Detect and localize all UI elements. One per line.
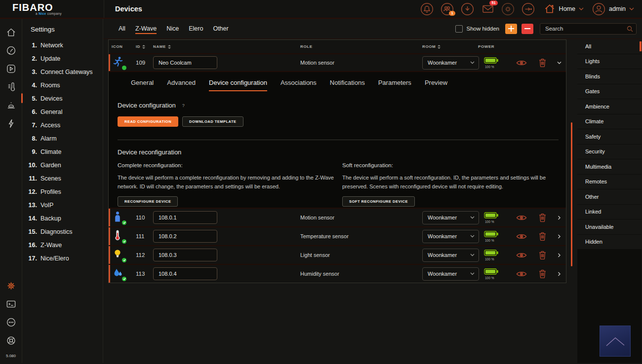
device-name-input[interactable] xyxy=(153,230,217,243)
brand-logo[interactable]: FIBARO a Nice company xyxy=(0,0,104,18)
sidebar-item[interactable]: 10. Garden xyxy=(22,158,103,172)
device-name-input[interactable] xyxy=(153,267,217,280)
device-name-input[interactable] xyxy=(153,211,217,224)
room-select[interactable]: Woonkamer xyxy=(422,267,479,281)
soft-reconfigure-device-button[interactable]: SOFT RECONFIGURE DEVICE xyxy=(342,196,415,207)
rail-dashboard-icon[interactable] xyxy=(5,45,16,56)
visibility-eye-icon[interactable] xyxy=(516,252,527,258)
rail-settings-icon[interactable] xyxy=(5,280,16,291)
category-item[interactable]: Climate xyxy=(577,114,642,130)
expand-chevron-icon[interactable] xyxy=(556,252,562,258)
rail-scenes-icon[interactable] xyxy=(5,63,16,74)
search-input[interactable] xyxy=(540,23,637,35)
visibility-eye-icon[interactable] xyxy=(516,271,527,277)
detail-tab[interactable]: Preview xyxy=(425,79,447,91)
detail-tab[interactable]: Parameters xyxy=(378,79,411,91)
detail-tab[interactable]: Advanced xyxy=(167,79,196,91)
help-icon[interactable]: ? xyxy=(182,103,185,108)
detail-tab[interactable]: Notifications xyxy=(330,79,365,91)
delete-trash-icon[interactable] xyxy=(539,58,546,67)
category-item[interactable]: All xyxy=(577,39,642,54)
sidebar-item[interactable]: 4. Rooms xyxy=(22,78,103,92)
device-row-113[interactable]: 113 Humidity sensor Woonkamer 100 % xyxy=(109,264,566,283)
visibility-eye-icon[interactable] xyxy=(516,233,527,240)
rail-home-icon[interactable] xyxy=(5,27,16,37)
category-item[interactable]: Lights xyxy=(577,54,642,70)
users-icon[interactable]: 1 xyxy=(441,2,454,16)
category-item[interactable]: Ambience xyxy=(577,99,642,114)
rail-advanced-icon[interactable] xyxy=(5,335,16,346)
expand-chevron-icon[interactable] xyxy=(556,215,562,221)
room-select[interactable]: Woonkamer xyxy=(422,230,479,243)
mail-icon[interactable]: 51 xyxy=(481,2,495,16)
delete-trash-icon[interactable] xyxy=(539,232,546,241)
col-header-id[interactable]: ID xyxy=(130,44,153,49)
category-item[interactable]: Hidden xyxy=(577,235,642,250)
sidebar-item[interactable]: 14. Backup xyxy=(22,212,103,225)
delete-trash-icon[interactable] xyxy=(539,269,546,278)
category-item[interactable]: Safety xyxy=(577,129,642,145)
sidebar-item[interactable]: 9. Climate xyxy=(22,145,103,158)
download-icon[interactable] xyxy=(461,2,475,16)
device-type-tab[interactable]: Z-Wave xyxy=(130,19,161,39)
visibility-eye-icon[interactable] xyxy=(516,215,527,221)
device-type-tab[interactable]: Elero xyxy=(184,19,208,39)
sidebar-item[interactable]: 16. Z-Wave xyxy=(22,238,103,252)
visibility-eye-icon[interactable] xyxy=(516,60,527,66)
alarm-bell-icon[interactable] xyxy=(420,2,434,16)
collapse-chevron-icon[interactable] xyxy=(556,60,562,66)
reconfigure-device-button[interactable]: RECONFIGURE DEVICE xyxy=(118,196,178,207)
category-item[interactable]: Unavailable xyxy=(577,219,642,235)
sidebar-item[interactable]: 2. Update xyxy=(22,52,103,65)
col-header-icon[interactable]: ICON xyxy=(109,44,130,49)
user-menu[interactable]: admin xyxy=(592,2,634,16)
scroll-top-widget[interactable] xyxy=(600,326,631,357)
add-device-button[interactable] xyxy=(505,24,517,34)
expand-chevron-icon[interactable] xyxy=(556,271,562,277)
show-hidden-checkbox[interactable] xyxy=(455,25,463,33)
vertical-scrollbar[interactable] xyxy=(571,122,572,266)
category-item[interactable]: Security xyxy=(577,145,642,160)
rail-energy-icon[interactable] xyxy=(5,118,16,129)
sidebar-item[interactable]: 3. Connect Gateways xyxy=(22,65,103,78)
device-name-input[interactable] xyxy=(153,56,217,69)
sidebar-item[interactable]: 7. Access xyxy=(22,118,103,132)
sidebar-item[interactable]: 13. VoIP xyxy=(22,198,103,212)
rail-api-icon[interactable] xyxy=(5,317,16,328)
category-item[interactable]: Linked xyxy=(577,205,642,220)
device-row-110[interactable]: 110 Motion sensor Woonkamer 100 % xyxy=(109,208,566,226)
col-header-role[interactable]: ROLE xyxy=(300,44,422,49)
sidebar-item[interactable]: 11. Scenes xyxy=(22,172,103,185)
gauge-icon[interactable] xyxy=(522,2,535,16)
device-type-tab[interactable]: All xyxy=(114,19,130,39)
device-row-112[interactable]: 112 Light sensor Woonkamer 100 % xyxy=(109,245,566,264)
room-select[interactable]: Woonkamer xyxy=(422,56,479,70)
device-row-109[interactable]: 109 Motion sensor Woonkamer 100 % xyxy=(109,53,566,71)
gear-icon[interactable] xyxy=(501,2,515,16)
remove-device-button[interactable] xyxy=(522,24,533,34)
detail-tab[interactable]: Device configuration xyxy=(209,79,267,91)
category-item[interactable]: Multimedia xyxy=(577,159,642,175)
category-item[interactable]: Blinds xyxy=(577,69,642,84)
sidebar-item[interactable]: 6. General xyxy=(22,105,103,118)
category-item[interactable]: Gates xyxy=(577,84,642,100)
sidebar-item[interactable]: 8. Alarm xyxy=(22,132,103,145)
category-item[interactable]: Other xyxy=(577,189,642,205)
room-select[interactable]: Woonkamer xyxy=(422,249,479,262)
detail-tab[interactable]: Associations xyxy=(281,79,317,91)
detail-tab[interactable]: General xyxy=(131,79,154,91)
sidebar-item[interactable]: 15. Diagnostics xyxy=(22,225,103,238)
delete-trash-icon[interactable] xyxy=(539,213,546,222)
device-row-111[interactable]: 111 Temperature sensor Woonkamer 100 % xyxy=(109,226,566,245)
delete-trash-icon[interactable] xyxy=(539,251,546,259)
room-select[interactable]: Woonkamer xyxy=(422,211,479,224)
device-name-input[interactable] xyxy=(153,249,217,261)
col-header-name[interactable]: NAME xyxy=(153,44,300,49)
rail-terminal-icon[interactable] xyxy=(5,298,16,309)
device-type-tab[interactable]: Other xyxy=(208,19,233,39)
sidebar-item[interactable]: 17. Nice/Elero xyxy=(22,252,103,265)
download-template-button[interactable]: DOWNLOAD TEMPLATE xyxy=(182,116,243,127)
read-configuration-button[interactable]: READ CONFIGURATION xyxy=(118,116,178,127)
sidebar-item[interactable]: 1. Network xyxy=(22,38,103,52)
sidebar-item[interactable]: 5. Devices xyxy=(22,92,103,105)
